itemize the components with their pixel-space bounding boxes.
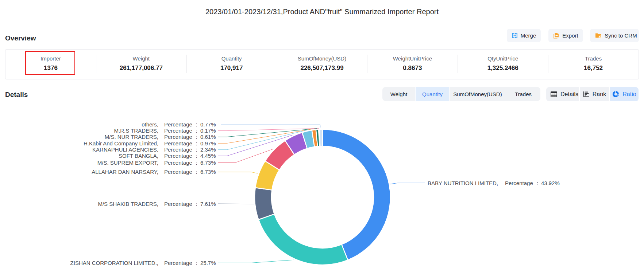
svg-text::: : <box>196 128 197 134</box>
svg-text:SOFT BANGLA,: SOFT BANGLA, <box>119 153 158 159</box>
svg-text:BABY NUTRITION LIMITED,: BABY NUTRITION LIMITED, <box>428 180 498 186</box>
svg-text:others,: others, <box>142 121 158 128</box>
svg-text:Percentage: Percentage <box>505 180 533 186</box>
svg-text:4.45%: 4.45% <box>200 153 216 159</box>
svg-text:Percentage: Percentage <box>164 121 192 128</box>
svg-text:25.7%: 25.7% <box>200 260 216 266</box>
svg-text:H.Kabir And Company Limited,: H.Kabir And Company Limited, <box>84 140 158 146</box>
svg-text:Percentage: Percentage <box>164 140 192 146</box>
svg-text:0.61%: 0.61% <box>200 134 216 140</box>
svg-text:Percentage: Percentage <box>164 134 192 140</box>
svg-text:0.17%: 0.17% <box>200 128 216 134</box>
svg-text:KARNAPHULI AGENCIES,: KARNAPHULI AGENCIES, <box>92 146 158 153</box>
svg-text:M/S SHAKIB TRADERS,: M/S SHAKIB TRADERS, <box>98 201 158 207</box>
svg-text::: : <box>196 160 197 166</box>
svg-text:7.61%: 7.61% <box>200 201 216 207</box>
svg-text:Percentage: Percentage <box>164 169 192 175</box>
svg-text::: : <box>196 260 197 266</box>
svg-text:0.97%: 0.97% <box>200 140 216 146</box>
svg-text:Percentage: Percentage <box>164 128 192 134</box>
svg-text::: : <box>196 153 197 159</box>
svg-text:6.73%: 6.73% <box>200 169 216 175</box>
svg-text:M/S. NUR TRADERS,: M/S. NUR TRADERS, <box>105 134 158 140</box>
svg-text:43.92%: 43.92% <box>541 180 560 186</box>
svg-text:Percentage: Percentage <box>164 260 192 266</box>
svg-text:M.R.S TRADERS,: M.R.S TRADERS, <box>114 128 158 134</box>
svg-text::: : <box>196 146 197 153</box>
svg-text::: : <box>196 121 197 128</box>
svg-text::: : <box>196 134 197 140</box>
svg-text:M/S. SUPREM EXPORT,: M/S. SUPREM EXPORT, <box>97 160 158 166</box>
svg-text:ZISHAN CORPORATION LIMITED.,: ZISHAN CORPORATION LIMITED., <box>70 260 158 266</box>
svg-text:Percentage: Percentage <box>164 201 192 207</box>
svg-text:2.34%: 2.34% <box>200 146 216 153</box>
svg-text::: : <box>196 140 197 146</box>
svg-text::: : <box>196 201 197 207</box>
svg-text:ALLAHAR DAN NARSARY,: ALLAHAR DAN NARSARY, <box>92 169 158 175</box>
svg-text:0.77%: 0.77% <box>200 121 216 128</box>
svg-text:Percentage: Percentage <box>164 160 192 166</box>
svg-text:Percentage: Percentage <box>164 153 192 159</box>
svg-text:Percentage: Percentage <box>164 146 192 153</box>
svg-text::: : <box>196 169 197 175</box>
svg-text:6.73%: 6.73% <box>200 160 216 166</box>
svg-text::: : <box>537 180 538 186</box>
